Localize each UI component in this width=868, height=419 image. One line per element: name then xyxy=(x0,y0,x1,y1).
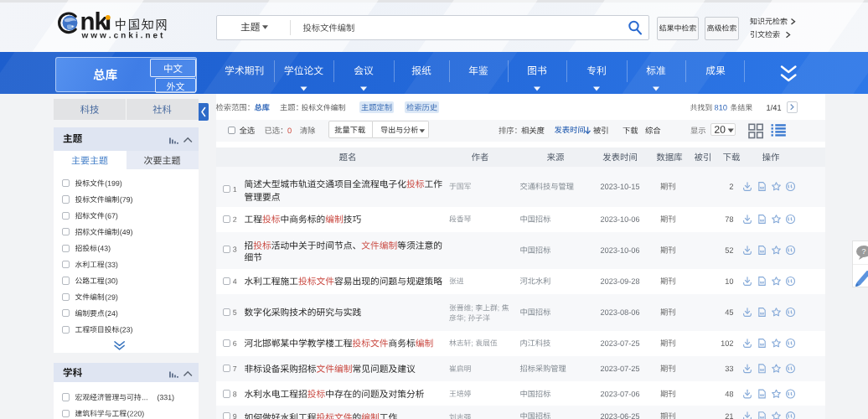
svg-text:?: ? xyxy=(861,247,865,256)
